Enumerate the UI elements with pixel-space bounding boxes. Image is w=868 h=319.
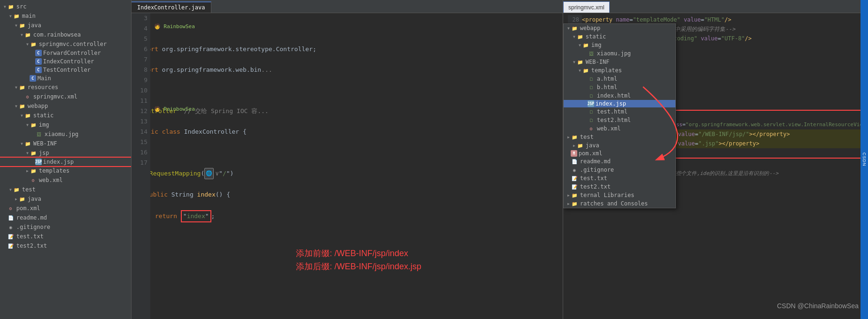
ot-img[interactable]: ▼ 📁 img xyxy=(564,41,675,49)
prefix-text: 添加前缀: /WEB-INF/jsp/index xyxy=(296,248,421,259)
java-class-icon: C xyxy=(30,75,36,82)
tree-static[interactable]: ▼ 📁 static xyxy=(0,111,131,120)
tree-gitignore[interactable]: ▶ ◉ .gitignore xyxy=(0,222,131,232)
git-file-icon: ◉ xyxy=(7,223,15,231)
code-line-16 xyxy=(136,295,563,305)
tree-web-xml[interactable]: ▶ ⚙ web.xml xyxy=(0,175,131,185)
ot-xiaomu[interactable]: ▶ 🖼 xiaomu.jpg xyxy=(564,49,675,58)
triangle-icon: ▼ xyxy=(26,151,29,155)
tree-java2[interactable]: ▶ 📁 java xyxy=(0,194,131,204)
tree-label: web.xml xyxy=(39,177,63,183)
ot-index-jsp[interactable]: ▶ JSP index.jsp xyxy=(564,100,675,107)
bottom-annotation: 添加前缀: /WEB-INF/jsp/index 添加后缀: /WEB-INF/… xyxy=(296,248,421,272)
tree-label: TestController xyxy=(43,67,91,73)
suffix-text: 添加后缀: /WEB-INF/jsp/index.jsp xyxy=(296,261,421,272)
ot-index-html[interactable]: ▶ 🗋 index.html xyxy=(564,91,675,100)
tree-webinf[interactable]: ▼ 📁 WEB-INF xyxy=(0,139,131,148)
tree-xiaomu[interactable]: ▶ 🖼 xiaomu.jpg xyxy=(0,129,131,139)
ot-a-html[interactable]: ▶ 🗋 a.html xyxy=(564,75,675,83)
ot-web-xml[interactable]: ▶ ⚙ web.xml xyxy=(564,124,675,133)
ot-pom[interactable]: ▶ M pom.xml xyxy=(564,150,675,157)
tree-resources[interactable]: ▼ 📁 resources xyxy=(0,83,131,92)
tree-controller[interactable]: ▼ 📁 springmvc.controller xyxy=(0,39,131,49)
tree-label: src xyxy=(16,3,27,10)
tree-index-jsp[interactable]: ▶ JSP index.jsp xyxy=(0,158,131,166)
tree-templates[interactable]: ▶ 📁 templates xyxy=(0,166,131,175)
code-line-10: @RequestMapping(🌐∨"/") xyxy=(136,168,563,179)
tree-label: readme.md xyxy=(16,214,47,221)
tree-main-class[interactable]: ▶ C Main xyxy=(0,74,131,83)
tree-java[interactable]: ▼ 📁 java xyxy=(0,21,131,30)
ot-templates[interactable]: ▼ 📁 templates xyxy=(564,66,675,75)
folder-icon: 📁 xyxy=(24,112,31,119)
triangle-icon: ▼ xyxy=(21,33,23,37)
ot-test2-html[interactable]: ▶ 🗋 test2.html xyxy=(564,116,675,124)
tree-test-txt[interactable]: ▶ 📝 test.txt xyxy=(0,232,131,241)
tree-test[interactable]: ▼ 📁 test xyxy=(0,185,131,194)
tree-com[interactable]: ▼ 📁 com.rainbowsea xyxy=(0,30,131,39)
triangle-icon: ▶ xyxy=(26,169,29,173)
code-line-13: } xyxy=(136,233,563,243)
java-class-icon: C xyxy=(35,50,42,56)
folder-icon: 📁 xyxy=(18,102,26,110)
triangle-icon: ▼ xyxy=(9,188,12,192)
triangle-icon: ▼ xyxy=(15,104,17,108)
ot-test-txt[interactable]: ▶ 📝 test.txt xyxy=(564,174,675,182)
ot-test-html[interactable]: ▶ 🗋 test.html xyxy=(564,107,675,116)
tree-readme[interactable]: ▶ 📄 readme.md xyxy=(0,213,131,222)
file-tree: ▼ 📁 src ▼ 📁 main ▼ 📁 java ▼ 📁 com.rainbo… xyxy=(0,0,132,319)
folder-icon: 📁 xyxy=(30,121,37,129)
tree-index-controller[interactable]: ▶ C IndexController xyxy=(0,57,131,66)
tree-label: static xyxy=(33,112,54,119)
triangle-icon: ▼ xyxy=(4,5,6,9)
tree-label: ForwardController xyxy=(43,50,101,56)
tree-label: java xyxy=(28,22,41,29)
tree-forward[interactable]: ▶ C ForwardController xyxy=(0,49,131,57)
tree-webapp[interactable]: ▼ 📁 webapp xyxy=(0,101,131,111)
folder-icon: 📁 xyxy=(30,167,37,175)
triangle-icon: ▼ xyxy=(9,14,12,18)
tree-test2-txt[interactable]: ▶ 📝 test2.txt xyxy=(0,241,131,251)
tree-label: java xyxy=(28,196,41,202)
tree-pom[interactable]: ▶ ⚙ pom.xml xyxy=(0,204,131,213)
tree-label: pom.xml xyxy=(16,205,40,212)
tree-img[interactable]: ▼ 📁 img xyxy=(0,120,131,129)
ot-test[interactable]: ▶ 📁 test xyxy=(564,133,675,141)
code-line-11: public String index() { xyxy=(136,190,563,200)
tree-label: index.jsp xyxy=(43,159,74,165)
ot-test2-txt[interactable]: ▶ 📝 test2.txt xyxy=(564,182,675,191)
ot-readme[interactable]: ▶ 📄 readme.md xyxy=(564,157,675,166)
ot-webapp[interactable]: ▼ 📁 webapp xyxy=(564,24,675,32)
folder-icon: 📁 xyxy=(30,149,37,157)
tree-main[interactable]: ▼ 📁 main xyxy=(0,11,131,21)
code-line-7: @Controller // 交给 Spring IOC 容... xyxy=(136,106,563,116)
txt-file-icon: 📝 xyxy=(7,242,15,250)
tree-jsp[interactable]: ▼ 📁 jsp xyxy=(0,148,131,158)
ot-ext-libs[interactable]: ▶ 📁 ternal Libraries xyxy=(564,191,675,199)
tree-label: test2.txt xyxy=(16,243,47,249)
watermark: CSDN @ChinaRainbowSea xyxy=(777,302,859,310)
triangle-icon: ▼ xyxy=(15,85,17,90)
tab-index-controller[interactable]: IndexController.java xyxy=(132,1,211,13)
md-file-icon: 📄 xyxy=(7,214,15,221)
tree-src[interactable]: ▼ 📁 src xyxy=(0,2,131,11)
tree-label: main xyxy=(22,13,36,19)
overlay-file-tree: ▼ 📁 webapp ▼ 📁 static ▼ 📁 img ▶ 🖼 xiaomu… xyxy=(563,23,676,208)
java-class-icon: C xyxy=(35,67,42,73)
folder-icon: 📁 xyxy=(18,22,26,29)
ot-scratches[interactable]: ▶ 📁 ratches and Consoles xyxy=(564,199,675,208)
ot-static[interactable]: ▼ 📁 static xyxy=(564,32,675,41)
ot-gitignore[interactable]: ▶ ◉ .gitignore xyxy=(564,166,675,174)
tree-label: test.txt xyxy=(16,233,44,240)
tree-label: .gitignore xyxy=(16,224,50,230)
tree-test-controller[interactable]: ▶ C TestController xyxy=(0,66,131,74)
springmvc-xml-tab[interactable]: springmvc.xml xyxy=(563,1,610,13)
ot-java-test[interactable]: ▶ 📁 java xyxy=(564,141,675,150)
tree-springmvc-xml[interactable]: ▶ ⚙ springmvc.xml xyxy=(0,92,131,101)
triangle-icon: ▼ xyxy=(26,42,29,46)
txt-file-icon: 📝 xyxy=(7,233,15,240)
ot-b-html[interactable]: ▶ 🗋 b.html xyxy=(564,83,675,91)
csdn-label: CSDN xyxy=(862,152,867,167)
ot-webinf[interactable]: ▼ 📁 WEB-INF xyxy=(564,58,675,66)
code-line-3 xyxy=(136,23,563,34)
